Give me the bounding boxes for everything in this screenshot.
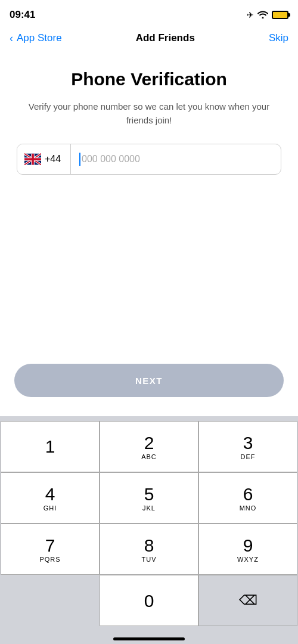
keyboard-row-4: 0 ⌫ (0, 575, 298, 626)
key-1[interactable]: 1 (1, 421, 100, 472)
delete-icon: ⌫ (239, 593, 257, 608)
back-label: App Store (17, 32, 62, 44)
key-8[interactable]: 8 TUV (100, 524, 198, 575)
country-selector[interactable]: +44 (17, 144, 71, 174)
key-7[interactable]: 7 PQRS (1, 524, 100, 575)
skip-button[interactable]: Skip (269, 32, 288, 44)
status-time: 09:41 (10, 9, 35, 21)
key-empty (1, 575, 100, 626)
page-title: Phone Verification (14, 69, 284, 89)
subtitle-text: Verify your phone number so we can let y… (14, 100, 284, 127)
home-indicator (113, 637, 185, 640)
phone-input-row: +44 000 000 0000 (17, 144, 281, 175)
key-0[interactable]: 0 (100, 575, 198, 626)
page-nav-title: Add Friends (136, 32, 195, 44)
next-button[interactable]: NEXT (14, 364, 284, 397)
keyboard-row-2: 4 GHI 5 JKL 6 MNO (0, 472, 298, 524)
key-9[interactable]: 9 WXYZ (198, 524, 297, 575)
delete-button[interactable]: ⌫ (198, 575, 297, 626)
wifi-icon (257, 10, 268, 20)
phone-placeholder: 000 000 0000 (82, 154, 140, 165)
key-4[interactable]: 4 GHI (1, 472, 100, 524)
status-icons: ✈ (247, 10, 288, 20)
uk-flag-icon (24, 153, 41, 165)
keyboard-row-3: 7 PQRS 8 TUV 9 WXYZ (0, 524, 298, 575)
country-code: +44 (45, 154, 61, 165)
back-button[interactable]: ‹ App Store (10, 32, 62, 45)
next-button-wrap: NEXT (14, 364, 284, 397)
battery-icon (272, 11, 288, 19)
keyboard-bottom-spacer (0, 626, 298, 644)
key-3[interactable]: 3 DEF (198, 421, 297, 472)
key-6[interactable]: 6 MNO (198, 472, 297, 524)
nav-bar: ‹ App Store Add Friends Skip (0, 26, 298, 52)
key-5[interactable]: 5 JKL (100, 472, 198, 524)
chevron-left-icon: ‹ (10, 32, 13, 45)
status-bar: 09:41 ✈ (0, 0, 298, 26)
main-content: Phone Verification Verify your phone num… (0, 52, 298, 175)
phone-number-field[interactable]: 000 000 0000 (71, 144, 281, 174)
keyboard: 1 2 ABC 3 DEF 4 GHI 5 JKL 6 MNO 7 PQRS (0, 416, 298, 644)
text-cursor (79, 153, 80, 166)
keyboard-row-1: 1 2 ABC 3 DEF (0, 421, 298, 472)
key-2[interactable]: 2 ABC (100, 421, 198, 472)
airplane-icon: ✈ (247, 10, 254, 20)
